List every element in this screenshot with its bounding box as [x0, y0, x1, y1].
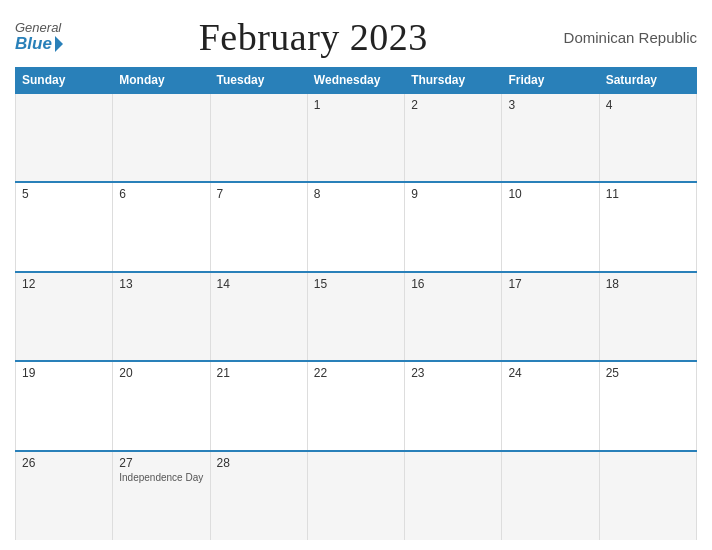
- day-cell: 21: [210, 361, 307, 450]
- day-number: 2: [411, 98, 495, 112]
- day-cell: [113, 93, 210, 182]
- day-number: 7: [217, 187, 301, 201]
- day-number: 25: [606, 366, 690, 380]
- calendar-wrapper: General Blue February 2023 Dominican Rep…: [0, 0, 712, 550]
- day-number: 8: [314, 187, 398, 201]
- day-number: 20: [119, 366, 203, 380]
- day-number: 3: [508, 98, 592, 112]
- day-cell: 25: [599, 361, 696, 450]
- day-cell: [502, 451, 599, 540]
- day-cell: 1: [307, 93, 404, 182]
- day-number: 23: [411, 366, 495, 380]
- day-cell: [599, 451, 696, 540]
- weekday-header-tuesday: Tuesday: [210, 68, 307, 94]
- calendar-table: SundayMondayTuesdayWednesdayThursdayFrid…: [15, 67, 697, 540]
- month-title: February 2023: [199, 15, 428, 59]
- holiday-label: Independence Day: [119, 472, 203, 483]
- weekday-header-saturday: Saturday: [599, 68, 696, 94]
- week-row-1: 1234: [16, 93, 697, 182]
- day-cell: 24: [502, 361, 599, 450]
- day-cell: 3: [502, 93, 599, 182]
- day-cell: 5: [16, 182, 113, 271]
- day-cell: 7: [210, 182, 307, 271]
- weekday-header-thursday: Thursday: [405, 68, 502, 94]
- day-cell: 18: [599, 272, 696, 361]
- logo: General Blue: [15, 21, 63, 54]
- logo-blue-text: Blue: [15, 35, 63, 54]
- weekday-header-sunday: Sunday: [16, 68, 113, 94]
- day-cell: 28: [210, 451, 307, 540]
- day-cell: 10: [502, 182, 599, 271]
- day-number: 6: [119, 187, 203, 201]
- day-cell: 20: [113, 361, 210, 450]
- day-cell: 4: [599, 93, 696, 182]
- day-number: 11: [606, 187, 690, 201]
- day-cell: 8: [307, 182, 404, 271]
- country-name: Dominican Republic: [564, 29, 697, 46]
- day-number: 19: [22, 366, 106, 380]
- week-row-5: 2627Independence Day28: [16, 451, 697, 540]
- day-number: 12: [22, 277, 106, 291]
- weekday-header-row: SundayMondayTuesdayWednesdayThursdayFrid…: [16, 68, 697, 94]
- day-number: 24: [508, 366, 592, 380]
- day-number: 26: [22, 456, 106, 470]
- day-number: 4: [606, 98, 690, 112]
- logo-general-text: General: [15, 21, 61, 35]
- week-row-3: 12131415161718: [16, 272, 697, 361]
- day-cell: 14: [210, 272, 307, 361]
- day-cell: 15: [307, 272, 404, 361]
- calendar-thead: SundayMondayTuesdayWednesdayThursdayFrid…: [16, 68, 697, 94]
- calendar-tbody: 1234567891011121314151617181920212223242…: [16, 93, 697, 540]
- weekday-header-wednesday: Wednesday: [307, 68, 404, 94]
- day-cell: 27Independence Day: [113, 451, 210, 540]
- day-number: 10: [508, 187, 592, 201]
- day-number: 28: [217, 456, 301, 470]
- day-number: 14: [217, 277, 301, 291]
- day-number: 9: [411, 187, 495, 201]
- day-cell: [210, 93, 307, 182]
- calendar-header: General Blue February 2023 Dominican Rep…: [15, 10, 697, 67]
- day-cell: 23: [405, 361, 502, 450]
- week-row-2: 567891011: [16, 182, 697, 271]
- day-number: 27: [119, 456, 203, 470]
- day-cell: 26: [16, 451, 113, 540]
- day-cell: 11: [599, 182, 696, 271]
- day-cell: 12: [16, 272, 113, 361]
- day-number: 16: [411, 277, 495, 291]
- day-number: 22: [314, 366, 398, 380]
- day-number: 18: [606, 277, 690, 291]
- logo-triangle-icon: [55, 36, 63, 52]
- weekday-header-monday: Monday: [113, 68, 210, 94]
- day-number: 13: [119, 277, 203, 291]
- day-number: 15: [314, 277, 398, 291]
- day-cell: 13: [113, 272, 210, 361]
- day-cell: [405, 451, 502, 540]
- week-row-4: 19202122232425: [16, 361, 697, 450]
- day-cell: 2: [405, 93, 502, 182]
- day-cell: 6: [113, 182, 210, 271]
- day-number: 5: [22, 187, 106, 201]
- day-cell: [16, 93, 113, 182]
- day-number: 21: [217, 366, 301, 380]
- weekday-header-friday: Friday: [502, 68, 599, 94]
- day-number: 17: [508, 277, 592, 291]
- day-cell: [307, 451, 404, 540]
- day-cell: 22: [307, 361, 404, 450]
- day-cell: 17: [502, 272, 599, 361]
- day-number: 1: [314, 98, 398, 112]
- day-cell: 16: [405, 272, 502, 361]
- day-cell: 19: [16, 361, 113, 450]
- day-cell: 9: [405, 182, 502, 271]
